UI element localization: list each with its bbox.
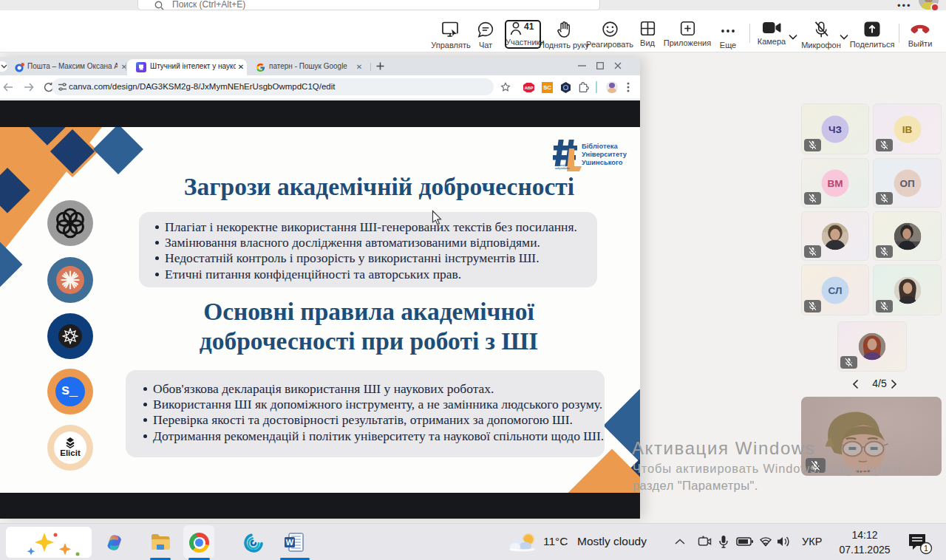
svg-text:Університету: Університету — [582, 150, 627, 158]
svg-text:1: 1 — [924, 544, 928, 553]
svg-text:ushynskoho: ushynskoho — [555, 167, 569, 170]
svg-text:W: W — [286, 538, 294, 547]
svg-text:Бібліотека: Бібліотека — [582, 142, 618, 150]
svg-text:Ушинського: Ушинського — [582, 158, 623, 166]
svg-text:ABP: ABP — [525, 86, 534, 90]
